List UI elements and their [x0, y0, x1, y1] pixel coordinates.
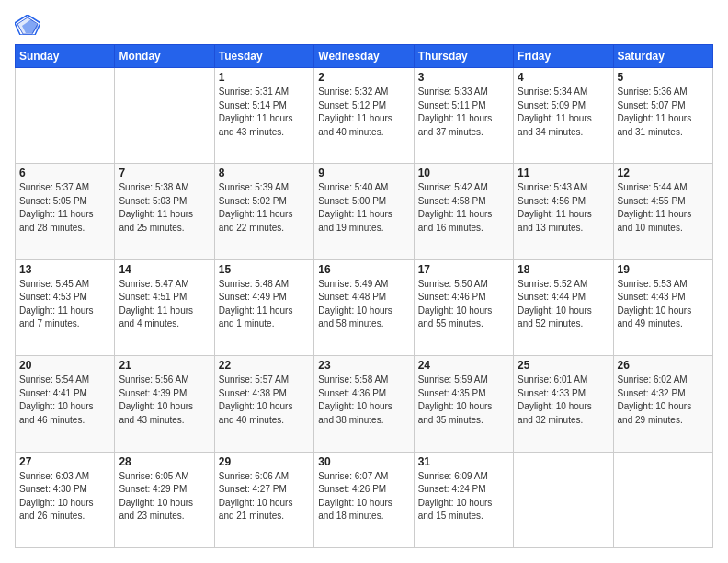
day-number: 20 [19, 359, 110, 372]
calendar-cell [16, 68, 115, 164]
calendar-cell: 29Sunrise: 6:06 AMSunset: 4:27 PMDayligh… [214, 452, 313, 547]
calendar-cell: 4Sunrise: 5:34 AMSunset: 5:09 PMDaylight… [514, 68, 613, 164]
day-number: 24 [418, 359, 509, 372]
week-row-5: 27Sunrise: 6:03 AMSunset: 4:30 PMDayligh… [16, 452, 713, 547]
day-info: Sunrise: 5:33 AMSunset: 5:11 PMDaylight:… [418, 86, 509, 139]
weekday-header-thursday: Thursday [414, 45, 513, 68]
calendar-cell: 27Sunrise: 6:03 AMSunset: 4:30 PMDayligh… [16, 452, 115, 547]
calendar-cell: 10Sunrise: 5:42 AMSunset: 4:58 PMDayligh… [414, 164, 513, 259]
day-number: 10 [418, 167, 509, 179]
calendar-cell: 26Sunrise: 6:02 AMSunset: 4:32 PMDayligh… [613, 356, 712, 452]
day-number: 13 [19, 263, 110, 276]
day-number: 4 [518, 71, 609, 84]
weekday-header-saturday: Saturday [613, 45, 712, 68]
calendar-cell: 7Sunrise: 5:38 AMSunset: 5:03 PMDaylight… [115, 164, 214, 259]
day-number: 5 [618, 71, 709, 84]
weekday-header-monday: Monday [115, 45, 214, 68]
calendar-cell: 11Sunrise: 5:43 AMSunset: 4:56 PMDayligh… [514, 164, 613, 259]
day-number: 28 [119, 455, 210, 468]
day-number: 1 [219, 71, 310, 84]
day-info: Sunrise: 6:03 AMSunset: 4:30 PMDaylight:… [19, 470, 110, 523]
day-number: 21 [119, 359, 210, 372]
day-info: Sunrise: 5:47 AMSunset: 4:51 PMDaylight:… [119, 278, 210, 331]
calendar-cell: 16Sunrise: 5:49 AMSunset: 4:48 PMDayligh… [314, 259, 414, 355]
header [15, 15, 713, 35]
calendar-cell: 28Sunrise: 6:05 AMSunset: 4:29 PMDayligh… [115, 452, 214, 547]
day-info: Sunrise: 5:40 AMSunset: 5:00 PMDaylight:… [318, 181, 409, 235]
calendar-cell [514, 452, 613, 547]
day-number: 15 [219, 263, 310, 276]
weekday-header-friday: Friday [514, 45, 613, 68]
logo [15, 15, 44, 35]
calendar-cell: 23Sunrise: 5:58 AMSunset: 4:36 PMDayligh… [314, 356, 414, 452]
weekday-header-tuesday: Tuesday [214, 45, 313, 68]
week-row-4: 20Sunrise: 5:54 AMSunset: 4:41 PMDayligh… [16, 356, 713, 452]
day-number: 23 [318, 359, 409, 372]
calendar-cell: 18Sunrise: 5:52 AMSunset: 4:44 PMDayligh… [514, 259, 613, 355]
day-info: Sunrise: 5:53 AMSunset: 4:43 PMDaylight:… [618, 278, 709, 331]
day-info: Sunrise: 5:52 AMSunset: 4:44 PMDaylight:… [518, 278, 609, 331]
calendar-cell: 15Sunrise: 5:48 AMSunset: 4:49 PMDayligh… [214, 259, 313, 355]
day-number: 26 [618, 359, 709, 372]
week-row-2: 6Sunrise: 5:37 AMSunset: 5:05 PMDaylight… [16, 164, 713, 259]
day-info: Sunrise: 6:06 AMSunset: 4:27 PMDaylight:… [219, 470, 310, 523]
day-info: Sunrise: 5:39 AMSunset: 5:02 PMDaylight:… [219, 181, 310, 235]
calendar-cell: 21Sunrise: 5:56 AMSunset: 4:39 PMDayligh… [115, 356, 214, 452]
day-number: 2 [318, 71, 409, 84]
calendar-cell: 30Sunrise: 6:07 AMSunset: 4:26 PMDayligh… [314, 452, 414, 547]
calendar-cell [115, 68, 214, 164]
week-row-3: 13Sunrise: 5:45 AMSunset: 4:53 PMDayligh… [16, 259, 713, 355]
day-info: Sunrise: 5:38 AMSunset: 5:03 PMDaylight:… [119, 181, 210, 235]
calendar-cell: 8Sunrise: 5:39 AMSunset: 5:02 PMDaylight… [214, 164, 313, 259]
day-number: 6 [19, 167, 110, 179]
day-info: Sunrise: 5:50 AMSunset: 4:46 PMDaylight:… [418, 278, 509, 331]
day-info: Sunrise: 5:42 AMSunset: 4:58 PMDaylight:… [418, 181, 509, 235]
day-number: 7 [119, 167, 210, 179]
day-info: Sunrise: 5:31 AMSunset: 5:14 PMDaylight:… [219, 86, 310, 139]
calendar-table: SundayMondayTuesdayWednesdayThursdayFrid… [15, 44, 713, 548]
calendar-cell: 22Sunrise: 5:57 AMSunset: 4:38 PMDayligh… [214, 356, 313, 452]
calendar-cell: 5Sunrise: 5:36 AMSunset: 5:07 PMDaylight… [613, 68, 712, 164]
day-info: Sunrise: 5:57 AMSunset: 4:38 PMDaylight:… [219, 373, 310, 427]
day-number: 22 [219, 359, 310, 372]
day-info: Sunrise: 5:32 AMSunset: 5:12 PMDaylight:… [318, 86, 409, 139]
day-info: Sunrise: 5:36 AMSunset: 5:07 PMDaylight:… [618, 86, 709, 139]
day-number: 18 [518, 263, 609, 276]
day-info: Sunrise: 5:56 AMSunset: 4:39 PMDaylight:… [119, 373, 210, 427]
day-number: 14 [119, 263, 210, 276]
day-info: Sunrise: 5:48 AMSunset: 4:49 PMDaylight:… [219, 278, 310, 331]
week-row-1: 1Sunrise: 5:31 AMSunset: 5:14 PMDaylight… [16, 68, 713, 164]
day-info: Sunrise: 5:58 AMSunset: 4:36 PMDaylight:… [318, 373, 409, 427]
day-number: 25 [518, 359, 609, 372]
day-info: Sunrise: 5:34 AMSunset: 5:09 PMDaylight:… [518, 86, 609, 139]
day-number: 11 [518, 167, 609, 179]
day-number: 3 [418, 71, 509, 84]
calendar-cell: 25Sunrise: 6:01 AMSunset: 4:33 PMDayligh… [514, 356, 613, 452]
day-info: Sunrise: 5:37 AMSunset: 5:05 PMDaylight:… [19, 181, 110, 235]
calendar-cell: 20Sunrise: 5:54 AMSunset: 4:41 PMDayligh… [16, 356, 115, 452]
day-number: 12 [618, 167, 709, 179]
calendar-cell: 31Sunrise: 6:09 AMSunset: 4:24 PMDayligh… [414, 452, 513, 547]
calendar-cell: 3Sunrise: 5:33 AMSunset: 5:11 PMDaylight… [414, 68, 513, 164]
calendar-cell: 2Sunrise: 5:32 AMSunset: 5:12 PMDaylight… [314, 68, 414, 164]
calendar-cell [613, 452, 712, 547]
weekday-header-row: SundayMondayTuesdayWednesdayThursdayFrid… [16, 45, 713, 68]
day-number: 9 [318, 167, 409, 179]
day-info: Sunrise: 5:45 AMSunset: 4:53 PMDaylight:… [19, 278, 110, 331]
calendar-cell: 1Sunrise: 5:31 AMSunset: 5:14 PMDaylight… [214, 68, 313, 164]
day-info: Sunrise: 5:49 AMSunset: 4:48 PMDaylight:… [318, 278, 409, 331]
day-info: Sunrise: 5:43 AMSunset: 4:56 PMDaylight:… [518, 181, 609, 235]
day-number: 17 [418, 263, 509, 276]
day-info: Sunrise: 6:01 AMSunset: 4:33 PMDaylight:… [518, 373, 609, 427]
day-number: 31 [418, 455, 509, 468]
day-info: Sunrise: 6:09 AMSunset: 4:24 PMDaylight:… [418, 470, 509, 523]
page: SundayMondayTuesdayWednesdayThursdayFrid… [0, 0, 728, 563]
calendar-cell: 12Sunrise: 5:44 AMSunset: 4:55 PMDayligh… [613, 164, 712, 259]
day-info: Sunrise: 5:59 AMSunset: 4:35 PMDaylight:… [418, 373, 509, 427]
day-info: Sunrise: 6:05 AMSunset: 4:29 PMDaylight:… [119, 470, 210, 523]
day-number: 19 [618, 263, 709, 276]
logo-icon [15, 15, 40, 35]
day-number: 16 [318, 263, 409, 276]
day-info: Sunrise: 5:54 AMSunset: 4:41 PMDaylight:… [19, 373, 110, 427]
calendar-cell: 19Sunrise: 5:53 AMSunset: 4:43 PMDayligh… [613, 259, 712, 355]
